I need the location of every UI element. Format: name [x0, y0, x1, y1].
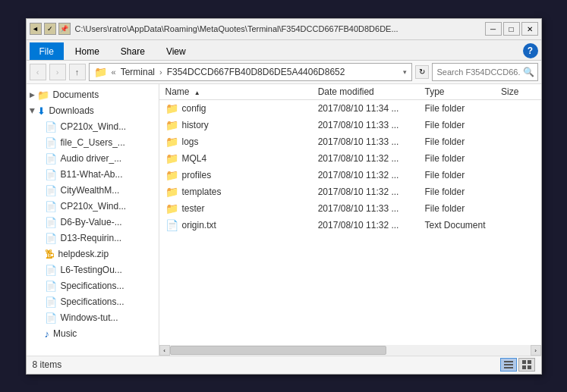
view-details-button[interactable]: [500, 358, 517, 372]
folder-icon: 📁: [165, 119, 178, 131]
file-type-cell: File folder: [419, 133, 496, 150]
table-row[interactable]: 📁 profiles 2017/08/10 11:32 ... File fol…: [159, 167, 541, 183]
sidebar-item-audio[interactable]: 📄 Audio driver_...: [27, 151, 159, 167]
doc-icon-windows-tut: 📄: [45, 312, 57, 324]
tab-file[interactable]: File: [30, 42, 64, 60]
doc-icon-d13: 📄: [45, 233, 57, 244]
file-date-cell: 2017/08/10 11:32 ...: [312, 217, 419, 234]
sidebar-label-audio: Audio driver_...: [61, 153, 122, 164]
folder-icon: 📁: [165, 136, 178, 148]
doc-icon: 📄: [165, 219, 178, 231]
file-name-label: MQL4: [182, 153, 207, 164]
sidebar-item-b11[interactable]: 📄 B11-What-Ab...: [27, 167, 159, 183]
title-bar-path: C:\Users\ratro\AppData\Roaming\MetaQuote…: [75, 24, 485, 33]
title-bar-icons: ◄ ✓ 📌: [30, 23, 71, 35]
help-button[interactable]: ?: [523, 43, 538, 58]
table-row[interactable]: 📁 logs 2017/08/10 11:33 ... File folder: [159, 133, 541, 150]
h-scroll-track[interactable]: [170, 345, 531, 356]
svg-rect-1: [504, 364, 513, 365]
file-row-name: 📁 templates: [165, 186, 306, 198]
content-area: ▶ 📁 Documents ▶ ⬇ Downloads 📄 CP210x_Win…: [27, 84, 541, 356]
file-name-label: origin.txt: [182, 220, 216, 230]
sidebar-item-d13[interactable]: 📄 D13-Requirin...: [27, 230, 159, 246]
sidebar-item-file-c-users[interactable]: 📄 file_C_Users_...: [27, 135, 159, 151]
file-table-header: Name ▲ Date modified Type Size: [159, 84, 541, 100]
sidebar-item-documents[interactable]: ▶ 📁 Documents: [27, 87, 159, 103]
search-icon: 🔍: [523, 67, 534, 77]
path-sep1: «: [112, 67, 116, 77]
tab-home[interactable]: Home: [65, 42, 109, 60]
title-icon-pin[interactable]: 📌: [58, 23, 71, 35]
h-scroll-thumb[interactable]: [170, 346, 386, 355]
dropdown-arrow[interactable]: ▾: [403, 68, 407, 76]
explorer-window: ◄ ✓ 📌 C:\Users\ratro\AppData\Roaming\Met…: [26, 18, 542, 375]
sidebar-item-d6[interactable]: 📄 D6-By-Value-...: [27, 215, 159, 230]
file-row-name: 📁 history: [165, 119, 306, 131]
path-terminal: Terminal: [121, 67, 155, 77]
view-icons-button[interactable]: [518, 358, 535, 372]
address-path[interactable]: 📁 « Terminal › F354DCCD667FB40D8D6DE5A44…: [89, 63, 412, 81]
sidebar-item-l6[interactable]: 📄 L6-TestingOu...: [27, 262, 159, 278]
path-hash: F354DCCD667FB40D8D6DE5A4406D8652: [167, 67, 345, 77]
path-arrow: ›: [159, 67, 162, 77]
tab-view[interactable]: View: [156, 42, 196, 60]
expand-arrow-documents: ▶: [30, 91, 35, 99]
table-row[interactable]: 📁 config 2017/08/10 11:34 ... File folde…: [159, 99, 541, 117]
title-icon-back[interactable]: ◄: [30, 23, 42, 35]
tab-share[interactable]: Share: [111, 42, 155, 60]
table-row[interactable]: 📁 MQL4 2017/08/10 11:32 ... File folder: [159, 150, 541, 167]
file-row-name: 📁 MQL4: [165, 152, 306, 165]
sidebar-label-spec2: Specifications...: [61, 296, 124, 307]
sidebar-item-downloads[interactable]: ▶ ⬇ Downloads: [27, 103, 159, 119]
col-header-size[interactable]: Size: [495, 84, 540, 100]
download-icon: ⬇: [37, 105, 46, 117]
title-icon-check[interactable]: ✓: [44, 23, 56, 35]
sidebar-item-cp210x2[interactable]: 📄 CP210x_Wind...: [27, 199, 159, 215]
search-input[interactable]: [432, 63, 538, 81]
col-header-type[interactable]: Type: [419, 84, 496, 100]
close-button[interactable]: ✕: [521, 22, 538, 36]
doc-icon-cp210x1: 📄: [45, 121, 57, 133]
up-button[interactable]: ↑: [69, 64, 86, 80]
sidebar-item-music[interactable]: ♪ Music: [27, 326, 159, 342]
file-size-cell: [495, 150, 540, 167]
sort-arrow-name: ▲: [194, 89, 200, 96]
h-scroll-area: ‹ ›: [159, 345, 541, 356]
folder-icon: 📁: [165, 152, 178, 165]
sidebar-item-spec1[interactable]: 📄 Specifications...: [27, 278, 159, 294]
file-name-label: config: [182, 103, 206, 114]
doc-icon-citywealth: 📄: [45, 185, 57, 196]
sidebar-item-helpdesk[interactable]: 🗜 helpdesk.zip: [27, 246, 159, 262]
table-row[interactable]: 📁 tester 2017/08/10 11:33 ... File folde…: [159, 200, 541, 217]
h-scroll-left[interactable]: ‹: [159, 345, 170, 356]
sidebar-label-downloads: Downloads: [49, 105, 94, 116]
sidebar-item-spec2[interactable]: 📄 Specifications...: [27, 294, 159, 310]
forward-button[interactable]: ›: [49, 64, 66, 80]
sidebar-item-cp210x1[interactable]: 📄 CP210x_Wind...: [27, 119, 159, 135]
file-name-cell: 📁 history: [159, 117, 312, 133]
table-row[interactable]: 📁 history 2017/08/10 11:33 ... File fold…: [159, 117, 541, 133]
sidebar-item-citywealth[interactable]: 📄 CityWealthM...: [27, 183, 159, 199]
sidebar: ▶ 📁 Documents ▶ ⬇ Downloads 📄 CP210x_Win…: [27, 84, 159, 356]
svg-rect-0: [504, 361, 513, 362]
col-header-name[interactable]: Name ▲: [159, 84, 312, 100]
table-row[interactable]: 📁 templates 2017/08/10 11:32 ... File fo…: [159, 183, 541, 200]
path-dropdown: ▾: [403, 68, 407, 76]
col-header-date[interactable]: Date modified: [312, 84, 419, 100]
sidebar-item-windows-tut[interactable]: 📄 Windows-tut...: [27, 310, 159, 326]
file-date-cell: 2017/08/10 11:33 ...: [312, 133, 419, 150]
refresh-button[interactable]: ↻: [415, 65, 429, 79]
maximize-button[interactable]: □: [503, 22, 520, 36]
svg-rect-2: [504, 367, 513, 368]
minimize-button[interactable]: ─: [485, 22, 502, 36]
h-scroll-right[interactable]: ›: [531, 345, 541, 356]
file-type-cell: File folder: [419, 200, 496, 217]
status-items-count: 8 items: [33, 359, 62, 370]
file-row-name: 📁 profiles: [165, 169, 306, 181]
ribbon: File Home Share View ?: [27, 40, 541, 61]
table-row[interactable]: 📄 origin.txt 2017/08/10 11:32 ... Text D…: [159, 217, 541, 234]
file-size-cell: [495, 133, 540, 150]
file-name-cell: 📁 tester: [159, 200, 312, 217]
back-button[interactable]: ‹: [30, 64, 46, 80]
doc-icon-file-c-users: 📄: [45, 137, 57, 149]
